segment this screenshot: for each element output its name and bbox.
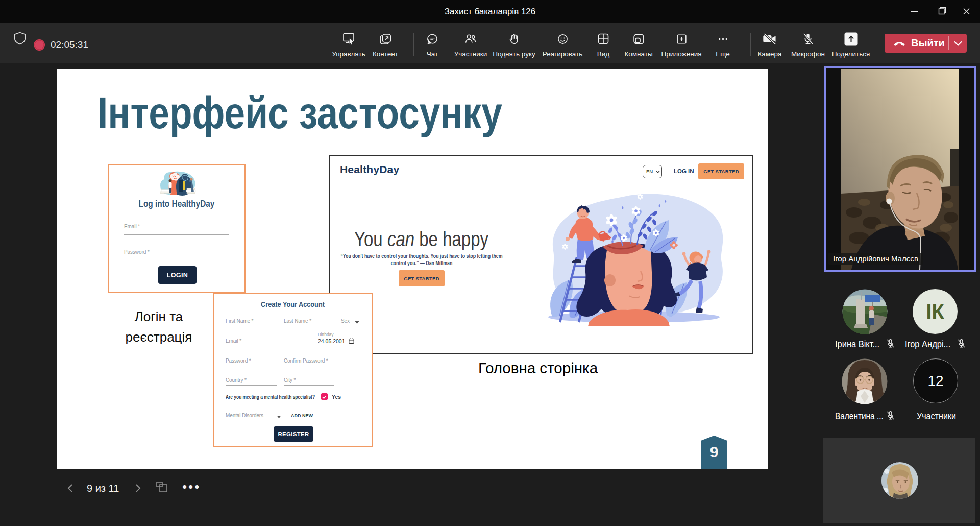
- svg-text:9: 9: [710, 443, 719, 460]
